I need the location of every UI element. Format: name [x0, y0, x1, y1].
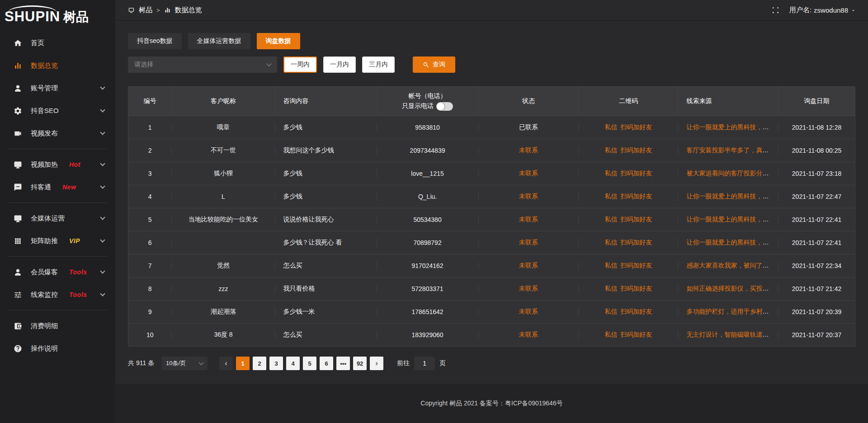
qr-link[interactable]: 私信 [604, 169, 617, 177]
sidebar: SHUPIN 树品 首页数据总览账号管理抖音SEO视频发布视频加热Hot抖客通N… [0, 0, 115, 423]
cell-nickname: 哦章 [172, 123, 275, 132]
period-button[interactable]: 一月内 [323, 56, 356, 73]
sidebar-item-label: 账号管理 [31, 84, 58, 93]
cell-status: 已联系 [479, 123, 579, 132]
chevron-down-icon [100, 183, 105, 188]
qr-link[interactable]: 私信 [604, 262, 617, 269]
qr-link[interactable]: 扫码加好友 [620, 331, 652, 338]
page-button[interactable]: 5 [303, 357, 316, 370]
prev-page-button[interactable]: ‹ [219, 357, 233, 370]
phone-only-toggle[interactable] [436, 102, 453, 111]
source-link[interactable]: 被大家追着问的客厅投影分享... [686, 169, 774, 177]
cell-date: 2021-11-08 12:28 [778, 124, 855, 131]
cell-qr: 私信扫码加好友 [579, 169, 678, 178]
user-dropdown[interactable]: 用户名: zswodun88 [789, 6, 856, 14]
qr-link[interactable]: 扫码加好友 [620, 123, 652, 131]
sidebar-item-clue-monitor[interactable]: 线索监控Tools [0, 283, 115, 306]
cell-nickname: zzz [172, 285, 275, 292]
source-link[interactable]: 让你一眼就爱上的黑科技，能... [686, 193, 774, 200]
qr-link[interactable]: 私信 [604, 285, 617, 292]
table-row: 2不可一世我想问这个多少钱2097344839未联系私信扫码加好友客厅安装投影半… [128, 139, 855, 162]
breadcrumb-page[interactable]: 数据总览 [175, 6, 202, 14]
source-link[interactable]: 无主灯设计，智能磁吸轨道灯... [686, 331, 774, 338]
source-link[interactable]: 多功能护栏灯，适用于乡村文... [686, 308, 774, 315]
query-button[interactable]: 查询 [413, 56, 455, 73]
cell-date: 2021-11-07 23:18 [778, 170, 855, 177]
qr-link[interactable]: 扫码加好友 [620, 169, 652, 177]
qr-link[interactable]: 扫码加好友 [620, 193, 652, 200]
goto-page-input[interactable] [414, 357, 435, 370]
brand-logo[interactable]: SHUPIN 树品 [0, 0, 115, 26]
qr-link[interactable]: 扫码加好友 [620, 262, 652, 269]
tab-button[interactable]: 全媒体运营数据 [188, 33, 250, 49]
sidebar-item-media-operation[interactable]: 全媒体运营 [0, 207, 115, 230]
cell-nickname: 觉然 [172, 262, 275, 270]
table-row: 9潮起潮落多少钱一米178651642未联系私信扫码加好友多功能护栏灯，适用于乡… [128, 300, 855, 323]
source-link[interactable]: 让你一眼就爱上的黑科技，能... [686, 216, 774, 223]
page-button[interactable]: 2 [253, 357, 266, 370]
page-button[interactable]: 92 [353, 357, 367, 370]
cell-content: 多少钱 [275, 193, 377, 201]
sidebar-item-operation-help[interactable]: 操作说明 [0, 337, 115, 360]
qr-link[interactable]: 私信 [604, 216, 617, 223]
source-link[interactable]: 如何正确选择投影仪，买投影... [686, 285, 774, 292]
period-button[interactable]: 三月内 [362, 56, 395, 73]
source-link[interactable]: 让你一眼就爱上的黑科技，能... [686, 239, 774, 246]
qr-link[interactable]: 私信 [604, 193, 617, 200]
sidebar-item-consume-detail[interactable]: 消费明细 [0, 315, 115, 337]
filter-select[interactable]: 请选择 [128, 56, 277, 73]
fullscreen-icon[interactable] [772, 6, 779, 14]
sidebar-item-douketong[interactable]: 抖客通New [0, 176, 115, 198]
sidebar-item-video-publish[interactable]: 视频发布 [0, 122, 115, 145]
cell-status: 未联系 [479, 193, 579, 201]
sidebar-item-member-burst[interactable]: 会员爆客Tools [0, 261, 115, 283]
page-button[interactable]: 4 [286, 357, 300, 370]
chevron-down-icon [100, 215, 105, 220]
qr-link[interactable]: 私信 [604, 239, 617, 246]
qr-link[interactable]: 扫码加好友 [620, 239, 652, 246]
sidebar-item-data-overview[interactable]: 数据总览 [0, 54, 115, 77]
pagination: 共 911 条 10条/页 ‹123456•••92› 前往 页 [128, 357, 855, 370]
source-link[interactable]: 客厅安装投影半年多了，真实... [686, 146, 774, 154]
qr-link[interactable]: 扫码加好友 [620, 308, 652, 315]
source-link[interactable]: 让你一眼就爱上的黑科技，能... [686, 123, 774, 131]
sidebar-item-account-manage[interactable]: 账号管理 [0, 77, 115, 99]
sidebar-item-douyin-seo[interactable]: 抖音SEO [0, 99, 115, 122]
sidebar-item-home[interactable]: 首页 [0, 32, 115, 54]
breadcrumb-app[interactable]: 树品 [139, 6, 152, 14]
breadcrumb-site-icon [128, 7, 135, 14]
home-icon [14, 39, 22, 47]
page-button[interactable]: 6 [320, 357, 333, 370]
filter-bar: 请选择 一周内一月内三月内 查询 [128, 56, 855, 73]
page-ellipsis-button[interactable]: ••• [336, 357, 350, 370]
logo-text: SHUPIN [5, 9, 60, 24]
cell-account: 178651642 [377, 308, 479, 315]
column-header-label: 二维码 [619, 97, 638, 106]
next-page-button[interactable]: › [370, 357, 383, 370]
qr-link[interactable]: 私信 [604, 146, 617, 154]
page-button[interactable]: 1 [236, 357, 250, 370]
filter-select-placeholder: 请选择 [134, 61, 153, 69]
qr-link[interactable]: 私信 [604, 123, 617, 131]
app-root: SHUPIN 树品 首页数据总览账号管理抖音SEO视频发布视频加热Hot抖客通N… [0, 0, 868, 423]
page-button[interactable]: 3 [269, 357, 283, 370]
qr-link[interactable]: 扫码加好友 [620, 146, 652, 154]
sidebar-item-matrix-boost[interactable]: 矩阵助推VIP [0, 230, 115, 252]
qr-link[interactable]: 扫码加好友 [620, 216, 652, 223]
cell-source: 多功能护栏灯，适用于乡村文... [678, 308, 778, 316]
cell-source: 让你一眼就爱上的黑科技，能... [678, 216, 778, 224]
page-size-select[interactable]: 10条/页 [161, 357, 208, 370]
tab-button[interactable]: 抖音seo数据 [128, 33, 182, 49]
wallet-icon [14, 322, 22, 330]
qr-link[interactable]: 私信 [604, 331, 617, 338]
period-button[interactable]: 一周内 [283, 56, 317, 73]
video-icon [14, 129, 22, 138]
source-link[interactable]: 感谢大家喜欢我家，被问了好... [686, 262, 774, 269]
menu-divider [8, 310, 107, 310]
qr-link[interactable]: 私信 [604, 308, 617, 315]
sidebar-item-video-heat[interactable]: 视频加热Hot [0, 153, 115, 176]
cell-date: 2021-11-07 22:41 [778, 216, 855, 223]
qr-link[interactable]: 扫码加好友 [620, 285, 652, 292]
cell-qr: 私信扫码加好友 [579, 331, 678, 339]
tab-button[interactable]: 询盘数据 [257, 33, 300, 49]
